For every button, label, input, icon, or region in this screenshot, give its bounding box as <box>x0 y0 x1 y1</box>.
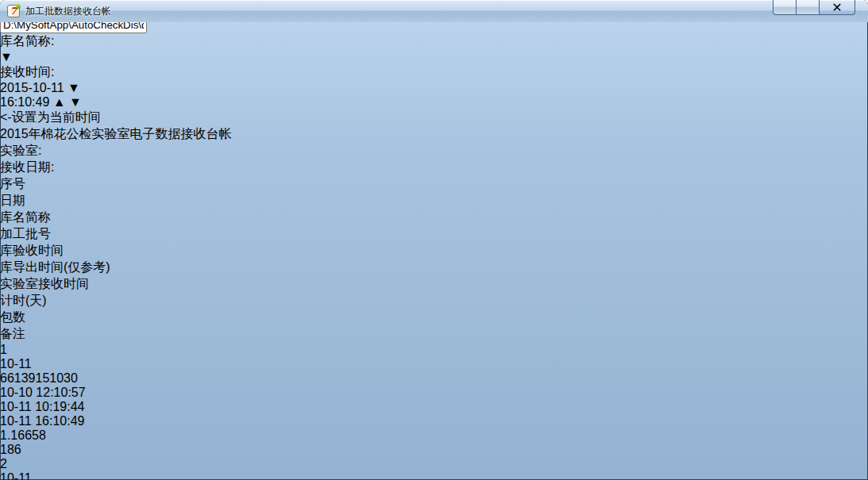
minimize-button[interactable] <box>773 0 797 15</box>
cell: 10-11 <box>0 357 868 371</box>
receive-clock-spinner[interactable]: 16:10:49 ▲ ▼ <box>0 95 868 109</box>
cell: 1.16658 <box>0 428 868 443</box>
lab-label: 实验室: <box>0 143 868 159</box>
cell: 10-11 <box>0 471 868 480</box>
close-button[interactable]: ✕ <box>819 0 855 15</box>
report-page: 2015年棉花公检实验室电子数据接收台帐 实验室: 接收日期: <box>0 126 868 480</box>
chevron-down-icon: ▼ <box>0 50 13 63</box>
receive-date-picker[interactable]: 2015-10-11 ▼ <box>0 81 868 95</box>
set-current-time-hint: <-设置为当前时间 <box>0 109 868 126</box>
report-preview: 2015年棉花公检实验室电子数据接收台帐 实验室: 接收日期: <box>0 126 868 480</box>
receive-date-label: 接收日期: <box>0 159 868 176</box>
chevron-down-icon: ▼ <box>68 81 80 94</box>
header-cell: 序号 <box>0 176 868 193</box>
header-cell: 计时(天) <box>0 293 868 309</box>
report-upper-grid: 2015年棉花公检实验室电子数据接收台帐 实验室: 接收日期: <box>0 126 868 176</box>
spin-down-button[interactable]: ▼ <box>69 95 82 109</box>
close-icon: ✕ <box>831 0 842 15</box>
report-title: 2015年棉花公检实验室电子数据接收台帐 <box>0 126 868 143</box>
spinner-buttons: ▲ ▼ <box>53 95 82 109</box>
cell: 2 <box>0 457 868 471</box>
header-cell: 库导出时间(仅参考) <box>0 259 868 276</box>
cell: 66139151030 <box>0 371 868 386</box>
receive-date-value: 2015-10-11 <box>0 81 64 94</box>
receive-clock-value: 16:10:49 <box>0 95 49 109</box>
cell: 1 <box>0 343 868 357</box>
cell: 186 <box>0 443 868 457</box>
date-dropdown-button[interactable]: ▼ <box>68 81 80 94</box>
store-name-label: 库名简称: <box>0 33 868 50</box>
header-cell: 备注 <box>0 326 868 343</box>
cell: 10-11 10:19:44 <box>0 400 868 414</box>
receive-time-label: 接收时间: <box>0 64 868 81</box>
store-name-combobox[interactable]: ▼ <box>0 50 868 64</box>
header-cell: 库验收时间 <box>0 243 868 259</box>
header-cell: 库名简称 <box>0 209 868 226</box>
cell: 10-11 16:10:49 <box>0 414 868 428</box>
report-table: 序号 日期 库名简称 加工批号 库验收时间 库导出时间(仅参考) 实验室接收时间… <box>0 176 868 480</box>
window-controls: ✕ <box>773 0 855 15</box>
header-cell: 加工批号 <box>0 226 868 243</box>
title-bar[interactable]: 7 加工批数据接收台帐 ✕ <box>0 0 868 22</box>
header-cell: 日期 <box>0 193 868 209</box>
maximize-button[interactable] <box>797 0 819 15</box>
client-area: DAT电子数据目录: 库名简称: ▼ 接收时间: 2015-10-11 ▼ 16… <box>0 0 868 480</box>
window-title: 加工批数据接收台帐 <box>25 0 111 22</box>
header-cell: 包数 <box>0 309 868 326</box>
spin-up-button[interactable]: ▲ <box>53 95 66 109</box>
cell: 10-10 12:10:57 <box>0 386 868 400</box>
report-sheet: 2015年棉花公检实验室电子数据接收台帐 实验室: 接收日期: <box>0 126 868 480</box>
table-row: 2 10-11 66144151179 10-10 12:21:54 10-10… <box>0 457 868 480</box>
app-window: 7 加工批数据接收台帐 ✕ DAT电子数据目录: 库名简称: ▼ 接收时间: 2… <box>0 0 868 480</box>
table-row: 1 10-11 66139151030 10-10 12:10:57 10-11… <box>0 343 868 457</box>
report-info-row: 实验室: 接收日期: <box>0 143 868 176</box>
app-icon: 7 <box>7 5 20 17</box>
header-cell: 实验室接收时间 <box>0 276 868 293</box>
table-header-row: 序号 日期 库名简称 加工批号 库验收时间 库导出时间(仅参考) 实验室接收时间… <box>0 176 868 343</box>
